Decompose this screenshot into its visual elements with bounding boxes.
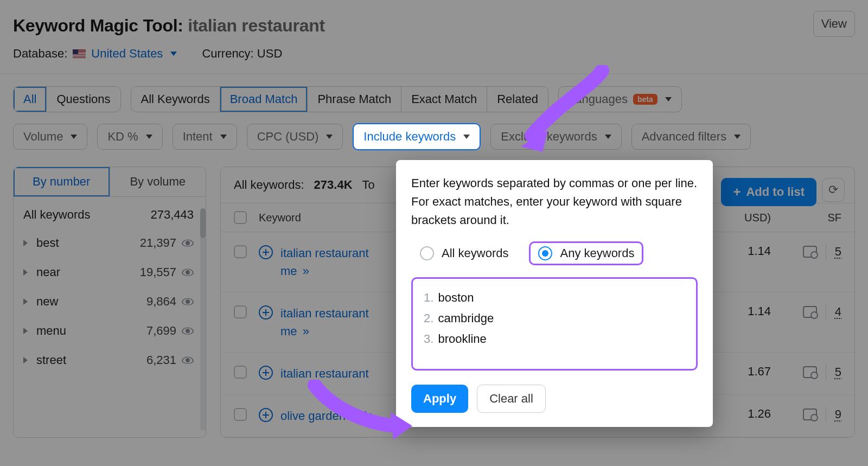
eye-icon[interactable] xyxy=(182,325,194,337)
eye-icon[interactable] xyxy=(182,237,194,249)
us-flag-icon xyxy=(73,49,86,58)
sidebar-item[interactable]: new 9,864 xyxy=(23,287,194,316)
plus-icon: + xyxy=(733,184,741,200)
sidebar-tab-by-volume[interactable]: By volume xyxy=(110,167,206,197)
keyword-link[interactable]: italian restaurant xyxy=(280,365,369,382)
sf-count[interactable]: 5 xyxy=(835,365,841,379)
title-prefix: Keyword Magic Tool: xyxy=(13,16,183,35)
results-count: 273.4K xyxy=(314,178,353,192)
tab-exact-match[interactable]: Exact Match xyxy=(401,87,487,112)
page-title: Keyword Magic Tool: italian restaurant xyxy=(13,16,325,36)
filter-include-keywords[interactable]: Include keywords xyxy=(353,123,481,150)
search-query: italian restaurant xyxy=(188,16,324,35)
serp-icon[interactable] xyxy=(803,306,817,318)
languages-label: Languages xyxy=(569,92,628,106)
filter-volume[interactable]: Volume xyxy=(13,124,87,150)
clear-all-button[interactable]: Clear all xyxy=(477,385,546,413)
divider xyxy=(826,407,826,422)
keyword-link[interactable]: italian restaurant me » xyxy=(280,304,369,340)
row-checkbox[interactable] xyxy=(234,366,247,379)
sidebar-all-label: All keywords xyxy=(23,208,90,222)
scrollbar[interactable] xyxy=(200,208,206,431)
chevron-down-icon xyxy=(146,135,152,139)
divider xyxy=(826,304,826,320)
sf-cell: 5 xyxy=(771,244,841,259)
sidebar-item[interactable]: near 19,557 xyxy=(23,258,194,287)
keyword-link[interactable]: olive garden italia xyxy=(280,407,373,425)
filter-kd[interactable]: KD % xyxy=(97,124,162,150)
eye-icon[interactable] xyxy=(182,354,194,366)
eye-icon[interactable] xyxy=(182,296,194,308)
radio-all-keywords[interactable]: All keywords xyxy=(411,242,517,265)
view-button[interactable]: View xyxy=(813,11,855,37)
filter-exclude-keywords[interactable]: Exclude keywords xyxy=(490,124,621,150)
serp-icon[interactable] xyxy=(803,246,817,258)
sidebar-item[interactable]: menu 7,699 xyxy=(23,316,194,346)
tab-group-match: All Keywords Broad Match Phrase Match Ex… xyxy=(131,86,549,112)
chevron-down-icon xyxy=(220,135,227,139)
cpc-cell: 1.14 xyxy=(711,244,771,258)
chevron-down-icon xyxy=(326,135,333,139)
sf-count[interactable]: 4 xyxy=(835,305,841,319)
filter-cpc[interactable]: CPC (USD) xyxy=(247,124,343,150)
sidebar-tab-by-number[interactable]: By number xyxy=(14,167,110,197)
tab-questions[interactable]: Questions xyxy=(47,87,120,112)
row-checkbox[interactable] xyxy=(234,408,247,421)
sidebar-item-label: new xyxy=(36,295,138,309)
row-checkbox[interactable] xyxy=(234,245,247,258)
row-checkbox[interactable] xyxy=(234,305,247,318)
divider xyxy=(826,365,826,380)
add-keyword-icon[interactable] xyxy=(259,366,273,380)
sf-cell: 5 xyxy=(771,365,841,380)
tab-phrase-match[interactable]: Phrase Match xyxy=(308,87,401,112)
apply-button[interactable]: Apply xyxy=(411,385,468,413)
col-cpc[interactable]: USD) xyxy=(711,212,771,224)
chevron-down-icon xyxy=(734,135,741,139)
tab-all-keywords[interactable]: All Keywords xyxy=(131,87,220,112)
chevron-right-icon xyxy=(23,357,28,363)
serp-icon[interactable] xyxy=(803,408,817,420)
keyword-link[interactable]: italian restaurant me » xyxy=(280,244,369,280)
add-keyword-icon[interactable] xyxy=(259,245,273,259)
database-selector[interactable]: Database: United States xyxy=(13,47,177,61)
keywords-textarea[interactable]: boston cambridge brookline xyxy=(411,277,698,371)
eye-icon[interactable] xyxy=(182,266,194,278)
filter-advanced[interactable]: Advanced filters xyxy=(631,124,751,150)
sidebar-all-row[interactable]: All keywords 273,443 xyxy=(14,197,206,225)
refresh-icon: ⟳ xyxy=(828,183,838,197)
sidebar-item[interactable]: best 21,397 xyxy=(23,228,194,258)
tab-all[interactable]: All xyxy=(14,87,47,112)
radio-icon xyxy=(420,246,434,260)
database-label: Database: xyxy=(13,47,67,61)
popover-actions: Apply Clear all xyxy=(411,385,698,413)
keyword-entry: brookline xyxy=(424,329,685,349)
tab-broad-match[interactable]: Broad Match xyxy=(220,87,308,112)
select-all-checkbox[interactable] xyxy=(234,211,247,224)
chevron-down-icon xyxy=(170,52,177,56)
divider xyxy=(826,244,826,259)
add-to-list-button[interactable]: + Add to list xyxy=(721,178,816,206)
sidebar-item[interactable]: street 6,231 xyxy=(23,346,194,375)
filter-intent[interactable]: Intent xyxy=(173,124,237,150)
sidebar-item-count: 7,699 xyxy=(138,324,176,338)
tab-related[interactable]: Related xyxy=(487,87,548,112)
languages-dropdown[interactable]: Languages beta xyxy=(558,86,682,112)
results-prefix: All keywords: xyxy=(234,178,304,192)
keyword-groups-sidebar: By number By volume All keywords 273,443… xyxy=(13,167,206,438)
serp-icon[interactable] xyxy=(803,366,817,378)
popover-radio-row: All keywords Any keywords xyxy=(411,241,698,265)
sidebar-tabs: By number By volume xyxy=(14,167,206,197)
col-sf[interactable]: SF xyxy=(771,212,841,224)
add-keyword-icon[interactable] xyxy=(259,408,273,422)
refresh-button[interactable]: ⟳ xyxy=(822,178,845,202)
sf-count[interactable]: 5 xyxy=(835,245,841,259)
radio-any-keywords[interactable]: Any keywords xyxy=(529,241,643,265)
chevron-right-icon xyxy=(23,298,28,305)
add-keyword-icon[interactable] xyxy=(259,305,273,320)
sf-count[interactable]: 9 xyxy=(835,407,841,422)
sf-cell: 9 xyxy=(771,407,841,422)
sidebar-item-count: 21,397 xyxy=(138,236,176,250)
keyword-entry: boston xyxy=(424,288,685,308)
scrollbar-thumb[interactable] xyxy=(200,208,206,238)
sidebar-item-label: best xyxy=(36,236,138,250)
